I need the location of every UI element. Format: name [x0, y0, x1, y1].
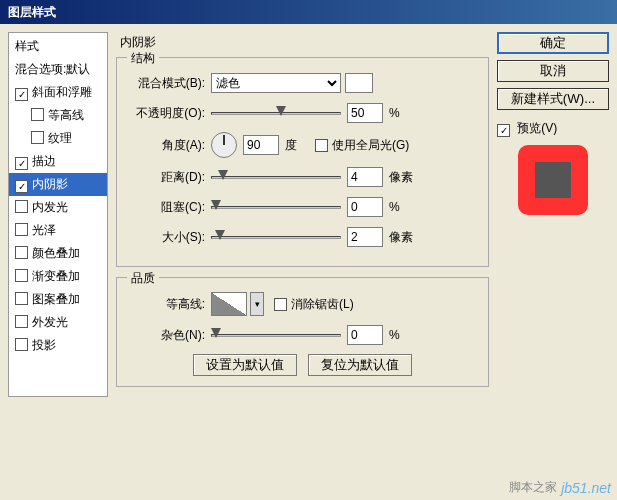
title-bar: 图层样式: [0, 0, 617, 24]
window-title: 图层样式: [8, 5, 56, 19]
reset-default-button[interactable]: 复位为默认值: [308, 354, 412, 376]
preview-label: 预览(V): [517, 121, 557, 135]
sidebar-item[interactable]: 颜色叠加: [9, 242, 107, 265]
blend-mode-select[interactable]: 滤色: [211, 73, 341, 93]
size-unit: 像素: [389, 229, 419, 246]
opacity-unit: %: [389, 106, 419, 120]
contour-dropdown[interactable]: ▾: [250, 292, 264, 316]
choke-slider[interactable]: [211, 198, 341, 216]
sidebar-item-label: 纹理: [48, 131, 72, 145]
distance-unit: 像素: [389, 169, 419, 186]
sidebar-item[interactable]: 内发光: [9, 196, 107, 219]
sidebar-checkbox[interactable]: [15, 292, 28, 305]
contour-label: 等高线:: [127, 296, 205, 313]
new-style-button[interactable]: 新建样式(W)...: [497, 88, 609, 110]
antialias-label: 消除锯齿(L): [291, 296, 354, 313]
distance-value[interactable]: 4: [347, 167, 383, 187]
sidebar-checkbox[interactable]: ✓: [15, 157, 28, 170]
sidebar-item[interactable]: ✓内阴影: [9, 173, 107, 196]
sidebar-checkbox[interactable]: [15, 223, 28, 236]
preview-swatch: [518, 145, 588, 215]
size-value[interactable]: 2: [347, 227, 383, 247]
sidebar-item[interactable]: 渐变叠加: [9, 265, 107, 288]
sidebar-item-label: 外发光: [32, 315, 68, 329]
color-swatch[interactable]: [345, 73, 373, 93]
sidebar-item-label: 投影: [32, 338, 56, 352]
sidebar-checkbox[interactable]: [15, 269, 28, 282]
sidebar-item[interactable]: ✓斜面和浮雕: [9, 81, 107, 104]
opacity-slider[interactable]: [211, 104, 341, 122]
noise-slider[interactable]: [211, 326, 341, 344]
sidebar-item-label: 等高线: [48, 108, 84, 122]
structure-group: 结构 混合模式(B): 滤色 不透明度(O): 50 % 角度(A): 90 度…: [116, 57, 489, 267]
preview-checkbox[interactable]: ✓: [497, 124, 510, 137]
sidebar-checkbox[interactable]: [31, 131, 44, 144]
structure-title: 结构: [127, 50, 159, 67]
sidebar-item[interactable]: 纹理: [9, 127, 107, 150]
watermark-url: jb51.net: [561, 480, 611, 496]
quality-group: 品质 等高线: ▾ 消除锯齿(L) 杂色(N): 0 % 设置为默认值 复位为默…: [116, 277, 489, 387]
ok-button[interactable]: 确定: [497, 32, 609, 54]
set-default-button[interactable]: 设置为默认值: [193, 354, 297, 376]
sidebar-item[interactable]: 光泽: [9, 219, 107, 242]
distance-slider[interactable]: [211, 168, 341, 186]
sidebar-checkbox[interactable]: [15, 200, 28, 213]
choke-unit: %: [389, 200, 419, 214]
sidebar-item-label: 渐变叠加: [32, 269, 80, 283]
global-light-label: 使用全局光(G): [332, 137, 409, 154]
sidebar-checkbox[interactable]: [15, 315, 28, 328]
sidebar-item[interactable]: 等高线: [9, 104, 107, 127]
sidebar-item-label: 混合选项:默认: [15, 62, 90, 76]
sidebar-checkbox[interactable]: ✓: [15, 88, 28, 101]
sidebar-item-label: 内发光: [32, 200, 68, 214]
opacity-value[interactable]: 50: [347, 103, 383, 123]
sidebar-checkbox[interactable]: ✓: [15, 180, 28, 193]
sidebar-item-label: 图案叠加: [32, 292, 80, 306]
noise-label: 杂色(N):: [127, 327, 205, 344]
sidebar-item[interactable]: 投影: [9, 334, 107, 357]
sidebar-item-label: 描边: [32, 154, 56, 168]
sidebar-item[interactable]: 混合选项:默认: [9, 58, 107, 81]
sidebar-item[interactable]: ✓描边: [9, 150, 107, 173]
distance-label: 距离(D):: [127, 169, 205, 186]
sidebar-checkbox[interactable]: [31, 108, 44, 121]
contour-picker[interactable]: [211, 292, 247, 316]
sidebar-item-label: 光泽: [32, 223, 56, 237]
size-slider[interactable]: [211, 228, 341, 246]
angle-label: 角度(A):: [127, 137, 205, 154]
sidebar-item-label: 斜面和浮雕: [32, 85, 92, 99]
cancel-button[interactable]: 取消: [497, 60, 609, 82]
choke-value[interactable]: 0: [347, 197, 383, 217]
quality-title: 品质: [127, 270, 159, 287]
sidebar-item[interactable]: 样式: [9, 35, 107, 58]
global-light-checkbox[interactable]: [315, 139, 328, 152]
choke-label: 阻塞(C):: [127, 199, 205, 216]
sidebar-checkbox[interactable]: [15, 246, 28, 259]
sidebar-item-label: 内阴影: [32, 177, 68, 191]
watermark-text: 脚本之家: [509, 479, 557, 496]
angle-unit: 度: [285, 137, 315, 154]
size-label: 大小(S):: [127, 229, 205, 246]
antialias-checkbox[interactable]: [274, 298, 287, 311]
angle-dial[interactable]: [211, 132, 237, 158]
noise-unit: %: [389, 328, 419, 342]
sidebar-checkbox[interactable]: [15, 338, 28, 351]
sidebar-item-label: 样式: [15, 39, 39, 53]
angle-value[interactable]: 90: [243, 135, 279, 155]
blend-mode-label: 混合模式(B):: [127, 75, 205, 92]
sidebar-item-label: 颜色叠加: [32, 246, 80, 260]
panel-title: 内阴影: [116, 32, 489, 57]
sidebar-item[interactable]: 图案叠加: [9, 288, 107, 311]
opacity-label: 不透明度(O):: [127, 105, 205, 122]
styles-sidebar: 样式混合选项:默认✓斜面和浮雕等高线纹理✓描边✓内阴影内发光光泽颜色叠加渐变叠加…: [8, 32, 108, 397]
noise-value[interactable]: 0: [347, 325, 383, 345]
sidebar-item[interactable]: 外发光: [9, 311, 107, 334]
